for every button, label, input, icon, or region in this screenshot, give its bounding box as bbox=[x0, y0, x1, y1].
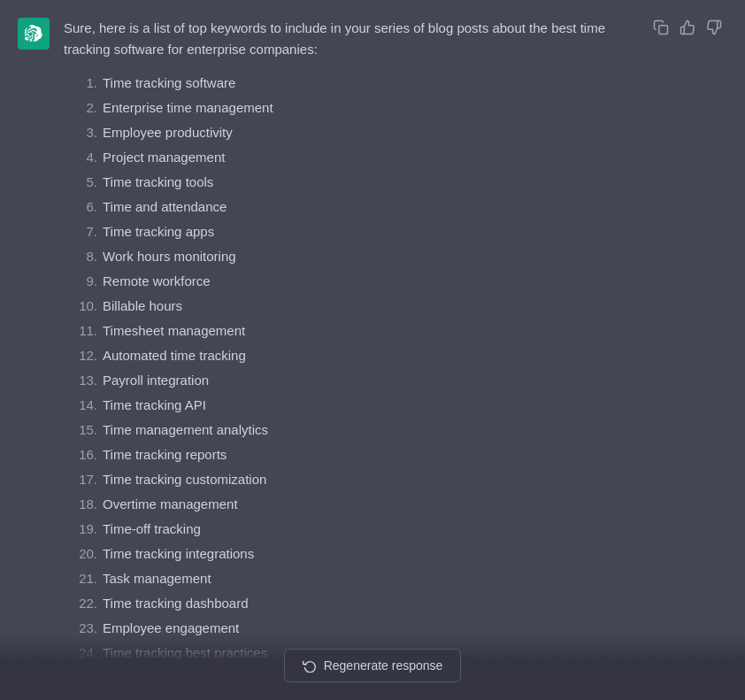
copy-icon bbox=[653, 19, 669, 35]
list-item: 19.Time-off tracking bbox=[64, 517, 637, 542]
item-number: 17. bbox=[64, 469, 97, 490]
item-text: Work hours monitoring bbox=[103, 246, 236, 267]
item-text: Employee productivity bbox=[103, 122, 233, 143]
regenerate-label: Regenerate response bbox=[324, 658, 443, 673]
item-number: 12. bbox=[64, 345, 97, 366]
item-text: Time-off tracking bbox=[103, 519, 201, 540]
item-text: Automated time tracking bbox=[103, 345, 246, 366]
list-item: 5.Time tracking tools bbox=[64, 170, 637, 195]
top-row: Sure, here is a list of top keywords to … bbox=[18, 18, 724, 690]
item-text: Time tracking integrations bbox=[103, 543, 254, 565]
copy-button[interactable] bbox=[651, 18, 671, 37]
list-item: 12.Automated time tracking bbox=[64, 343, 637, 368]
list-item: 16.Time tracking reports bbox=[64, 442, 637, 467]
svg-rect-0 bbox=[659, 26, 668, 35]
thumbs-down-icon bbox=[706, 19, 722, 35]
item-text: Time management analytics bbox=[103, 419, 268, 441]
list-item: 2.Enterprise time management bbox=[64, 96, 637, 120]
item-number: 8. bbox=[64, 246, 97, 267]
item-number: 21. bbox=[64, 568, 97, 589]
list-item: 18.Overtime management bbox=[64, 492, 637, 517]
thumbs-down-button[interactable] bbox=[704, 18, 724, 37]
list-item: 1.Time tracking software bbox=[64, 71, 637, 96]
list-item: 7.Time tracking apps bbox=[64, 219, 637, 244]
thumbs-up-icon bbox=[680, 19, 695, 35]
item-number: 14. bbox=[64, 395, 97, 416]
chatgpt-logo-icon bbox=[25, 25, 42, 42]
item-text: Overtime management bbox=[103, 494, 238, 515]
list-item: 10.Billable hours bbox=[64, 294, 637, 319]
regenerate-button[interactable]: Regenerate response bbox=[284, 649, 462, 682]
item-number: 6. bbox=[64, 196, 97, 218]
regenerate-icon bbox=[303, 658, 317, 673]
item-number: 2. bbox=[64, 97, 97, 119]
item-number: 4. bbox=[64, 147, 97, 168]
list-item: 13.Payroll integration bbox=[64, 368, 637, 393]
message-block: Sure, here is a list of top keywords to … bbox=[0, 0, 745, 700]
list-item: 17.Time tracking customization bbox=[64, 467, 637, 492]
message-content: Sure, here is a list of top keywords to … bbox=[64, 18, 637, 690]
item-text: Time tracking tools bbox=[103, 172, 213, 193]
item-number: 15. bbox=[64, 419, 97, 441]
item-text: Time tracking reports bbox=[103, 444, 227, 465]
chat-container: Sure, here is a list of top keywords to … bbox=[0, 0, 745, 700]
keyword-list: 1.Time tracking software2.Enterprise tim… bbox=[64, 71, 637, 690]
item-text: Task management bbox=[103, 568, 211, 589]
item-number: 7. bbox=[64, 221, 97, 242]
item-number: 5. bbox=[64, 172, 97, 193]
list-item: 20.Time tracking integrations bbox=[64, 542, 637, 566]
item-text: Billable hours bbox=[103, 296, 182, 317]
item-text: Time tracking API bbox=[103, 395, 206, 416]
item-number: 3. bbox=[64, 122, 97, 143]
item-text: Remote workforce bbox=[103, 271, 211, 292]
header-actions bbox=[651, 18, 724, 690]
item-text: Project management bbox=[103, 147, 225, 168]
list-item: 3.Employee productivity bbox=[64, 120, 637, 145]
item-text: Time tracking software bbox=[103, 73, 235, 94]
thumbs-up-button[interactable] bbox=[678, 18, 697, 37]
item-number: 10. bbox=[64, 296, 97, 317]
item-number: 22. bbox=[64, 593, 97, 614]
item-number: 19. bbox=[64, 519, 97, 540]
list-item: 14.Time tracking API bbox=[64, 393, 637, 418]
item-text: Time tracking customization bbox=[103, 469, 266, 490]
list-item: 15.Time management analytics bbox=[64, 418, 637, 442]
list-item: 11.Timesheet management bbox=[64, 319, 637, 343]
item-text: Time tracking apps bbox=[103, 221, 214, 242]
item-number: 16. bbox=[64, 444, 97, 465]
list-item: 4.Project management bbox=[64, 145, 637, 170]
item-number: 13. bbox=[64, 370, 97, 391]
item-number: 9. bbox=[64, 271, 97, 292]
list-item: 8.Work hours monitoring bbox=[64, 244, 637, 269]
item-number: 18. bbox=[64, 494, 97, 515]
item-number: 20. bbox=[64, 543, 97, 565]
item-text: Time tracking dashboard bbox=[103, 593, 249, 614]
item-text: Payroll integration bbox=[103, 370, 209, 391]
list-item: 22.Time tracking dashboard bbox=[64, 591, 637, 616]
item-text: Enterprise time management bbox=[103, 97, 273, 119]
item-number: 11. bbox=[64, 320, 97, 342]
intro-text: Sure, here is a list of top keywords to … bbox=[64, 18, 637, 60]
item-text: Time and attendance bbox=[103, 196, 227, 218]
item-number: 1. bbox=[64, 73, 97, 94]
list-item: 9.Remote workforce bbox=[64, 269, 637, 294]
regenerate-bar: Regenerate response bbox=[0, 635, 745, 700]
list-item: 6.Time and attendance bbox=[64, 195, 637, 219]
item-text: Timesheet management bbox=[103, 320, 245, 342]
list-item: 21.Task management bbox=[64, 566, 637, 591]
avatar bbox=[18, 18, 50, 50]
